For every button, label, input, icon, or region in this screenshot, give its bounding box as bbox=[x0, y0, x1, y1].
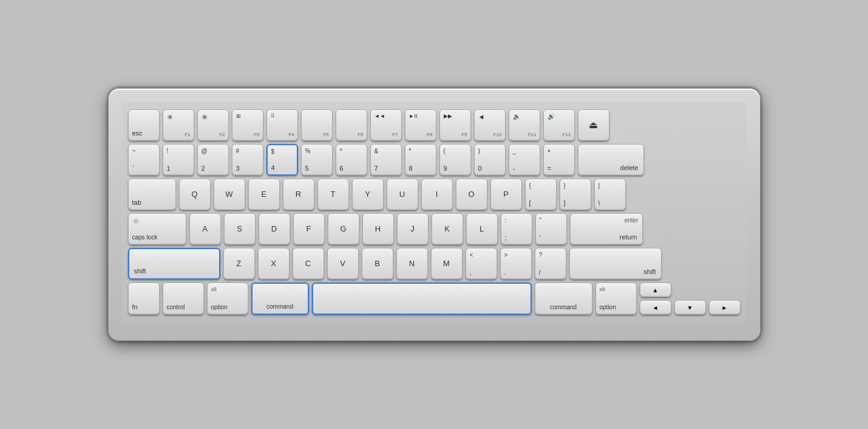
key-lbracket[interactable]: { [ bbox=[525, 179, 557, 210]
key-slash[interactable]: ? / bbox=[535, 248, 566, 280]
key-y[interactable]: Y bbox=[352, 179, 384, 210]
key-rbracket[interactable]: } ] bbox=[560, 179, 591, 210]
key-f6[interactable]: F6 bbox=[336, 109, 367, 141]
key-t[interactable]: T bbox=[317, 179, 349, 210]
key-j[interactable]: J bbox=[397, 213, 429, 245]
key-2[interactable]: @ 2 bbox=[197, 144, 229, 176]
key-f9-icon: ▶▶ bbox=[444, 113, 452, 120]
key-option-right[interactable]: alt option bbox=[595, 283, 637, 315]
key-0[interactable]: ) 0 bbox=[474, 144, 506, 176]
key-arrow-right[interactable]: ► bbox=[709, 300, 741, 315]
key-d[interactable]: D bbox=[259, 213, 290, 245]
key-enter[interactable]: enter return bbox=[570, 213, 643, 245]
key-period[interactable]: > . bbox=[500, 248, 532, 280]
key-8-label: 8 bbox=[409, 165, 413, 173]
key-delete[interactable]: delete bbox=[578, 144, 644, 176]
key-f9-label: F9 bbox=[461, 132, 467, 138]
key-control[interactable]: control bbox=[163, 283, 204, 315]
key-3[interactable]: # 3 bbox=[232, 144, 263, 176]
key-fn[interactable]: fn bbox=[128, 283, 160, 315]
key-m[interactable]: M bbox=[431, 248, 463, 280]
key-5[interactable]: % 5 bbox=[301, 144, 333, 176]
key-command-left[interactable]: command bbox=[251, 283, 309, 315]
key-k[interactable]: K bbox=[432, 213, 463, 245]
key-h[interactable]: H bbox=[362, 213, 394, 245]
key-b[interactable]: B bbox=[362, 248, 393, 280]
key-f7[interactable]: ◄◄ F7 bbox=[370, 109, 402, 141]
key-colon-label: : bbox=[505, 217, 507, 224]
key-esc[interactable]: esc bbox=[128, 109, 160, 141]
key-command-right[interactable]: command bbox=[535, 283, 592, 315]
key-minus[interactable]: _ - bbox=[509, 144, 540, 176]
shift-row: shift Z X C V B N M < bbox=[128, 248, 741, 280]
key-h-label: H bbox=[375, 224, 381, 234]
key-arrow-left[interactable]: ◄ bbox=[640, 300, 671, 315]
arrow-top-row: ▲ bbox=[640, 283, 741, 297]
key-4[interactable]: $ 4 bbox=[266, 144, 298, 176]
key-l[interactable]: L bbox=[466, 213, 498, 245]
key-n[interactable]: N bbox=[396, 248, 428, 280]
key-shift-left[interactable]: shift bbox=[128, 248, 220, 280]
capslock-indicator bbox=[134, 219, 138, 224]
key-command-left-label: command bbox=[266, 303, 293, 311]
key-f1[interactable]: ✳ F1 bbox=[163, 109, 194, 141]
key-q[interactable]: Q bbox=[179, 179, 211, 210]
key-dquote-label: " bbox=[540, 217, 542, 224]
key-f10[interactable]: ◄ F10 bbox=[474, 109, 506, 141]
key-o[interactable]: O bbox=[456, 179, 487, 210]
key-f12[interactable]: 🔊 F12 bbox=[543, 109, 575, 141]
key-9[interactable]: ( 9 bbox=[439, 144, 471, 176]
key-i[interactable]: I bbox=[421, 179, 453, 210]
key-p[interactable]: P bbox=[490, 179, 522, 210]
key-n-label: N bbox=[409, 259, 415, 269]
key-backtick-label: ` bbox=[132, 165, 135, 173]
key-f4[interactable]: ⠿ F4 bbox=[266, 109, 298, 141]
key-f11[interactable]: 🔉 F11 bbox=[509, 109, 540, 141]
key-e[interactable]: E bbox=[248, 179, 280, 210]
key-eject[interactable]: ⏏ bbox=[578, 109, 609, 141]
key-v[interactable]: V bbox=[327, 248, 359, 280]
key-comma[interactable]: < , bbox=[466, 248, 497, 280]
key-g[interactable]: G bbox=[328, 213, 359, 245]
key-p-label: P bbox=[503, 190, 509, 199]
key-s[interactable]: S bbox=[224, 213, 256, 245]
key-1[interactable]: ! 1 bbox=[163, 144, 194, 176]
key-eject-icon: ⏏ bbox=[589, 119, 598, 131]
key-f2[interactable]: ✳ F2 bbox=[197, 109, 229, 141]
key-f3[interactable]: ⊞ F3 bbox=[232, 109, 263, 141]
key-hash-label: # bbox=[236, 148, 240, 155]
key-capslock[interactable]: caps lock bbox=[128, 213, 186, 245]
key-semicolon[interactable]: : ; bbox=[501, 213, 532, 245]
key-equals-label: = bbox=[548, 165, 551, 173]
key-backslash[interactable]: | \ bbox=[594, 179, 626, 210]
key-c[interactable]: C bbox=[293, 248, 324, 280]
key-z[interactable]: Z bbox=[223, 248, 255, 280]
key-option-right-label: option bbox=[600, 304, 616, 311]
key-spacebar[interactable] bbox=[312, 283, 532, 315]
key-quote[interactable]: " ' bbox=[535, 213, 567, 245]
key-6[interactable]: ^ 6 bbox=[336, 144, 367, 176]
key-f5[interactable]: F5 bbox=[301, 109, 333, 141]
key-backtick[interactable]: ~ ` bbox=[128, 144, 160, 176]
key-command-right-label: command bbox=[550, 304, 577, 311]
key-equals[interactable]: + = bbox=[543, 144, 575, 176]
key-u[interactable]: U bbox=[387, 179, 418, 210]
key-tab[interactable]: tab bbox=[128, 179, 176, 210]
key-shift-right[interactable]: shift bbox=[569, 248, 662, 280]
key-u-label: U bbox=[399, 190, 405, 199]
key-8[interactable]: * 8 bbox=[405, 144, 436, 176]
key-option-left[interactable]: alt option bbox=[207, 283, 248, 315]
key-f1-label: F1 bbox=[185, 132, 190, 138]
key-r[interactable]: R bbox=[283, 179, 314, 210]
key-7[interactable]: & 7 bbox=[370, 144, 402, 176]
key-x[interactable]: X bbox=[258, 248, 290, 280]
key-lt-label: < bbox=[470, 252, 473, 259]
key-f[interactable]: F bbox=[293, 213, 325, 245]
arrow-left-icon: ◄ bbox=[653, 304, 659, 311]
key-a[interactable]: A bbox=[189, 213, 221, 245]
key-arrow-up[interactable]: ▲ bbox=[640, 283, 671, 297]
key-arrow-down[interactable]: ▼ bbox=[674, 300, 706, 315]
key-w[interactable]: W bbox=[214, 179, 245, 210]
key-f9[interactable]: ▶▶ F9 bbox=[439, 109, 471, 141]
key-f8[interactable]: ►II F8 bbox=[405, 109, 436, 141]
